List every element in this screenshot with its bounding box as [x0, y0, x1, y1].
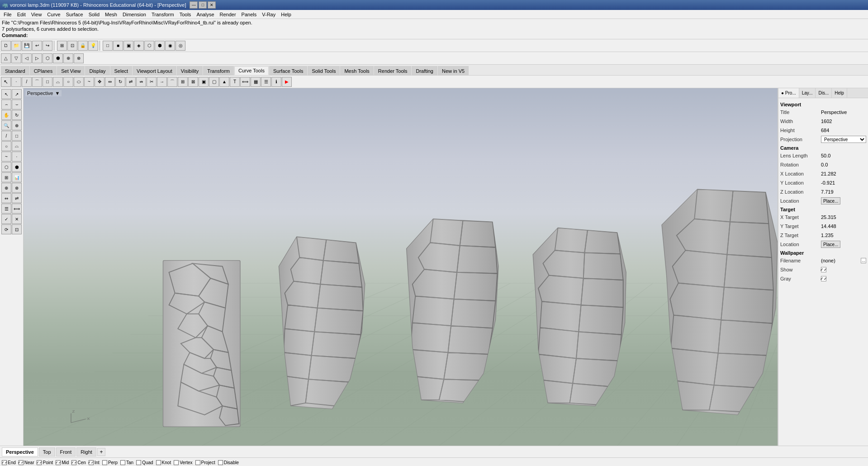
tb-render[interactable]: ▣	[123, 41, 133, 51]
tb-lock[interactable]: 🔒	[78, 41, 88, 51]
ict-red-arrow[interactable]: ▶	[282, 77, 292, 87]
ict-group[interactable]: ▣	[199, 77, 209, 87]
osnap-mid-check[interactable]: ✓	[56, 460, 61, 465]
lt-dim[interactable]: ⟺	[12, 204, 22, 214]
osnap-end[interactable]: ✓ End	[2, 460, 16, 465]
osnap-point-check[interactable]: ✓	[37, 460, 42, 465]
menu-tools[interactable]: Tools	[177, 10, 194, 19]
menu-vray[interactable]: V-Ray	[259, 10, 278, 19]
osnap-cen-check[interactable]: ✓	[71, 460, 76, 465]
osnap-vertex[interactable]: Vertex	[174, 460, 192, 465]
rp-tab-layers[interactable]: Lay...	[799, 88, 816, 98]
vp-tab-right[interactable]: Right	[76, 447, 96, 456]
vp-tab-top[interactable]: Top	[39, 447, 55, 456]
tb2-5[interactable]: ⬡	[43, 53, 52, 63]
lt-prop[interactable]: ⊡	[12, 224, 22, 234]
lamp-2[interactable]	[279, 237, 365, 409]
lt-lasso2[interactable]: ⌣	[12, 100, 22, 109]
osnap-mid[interactable]: ✓ Mid	[56, 460, 69, 465]
tb2-7[interactable]: ⊕	[63, 53, 73, 63]
ict-trim[interactable]: ✂	[147, 77, 157, 87]
tab-standard[interactable]: Standard	[1, 66, 29, 75]
menu-view[interactable]: View	[28, 10, 45, 19]
ict-offset[interactable]: ⇏	[136, 77, 146, 87]
lt-gumball[interactable]: ⊕	[1, 183, 11, 193]
tab-drafting[interactable]: Drafting	[412, 66, 437, 75]
lt-surface[interactable]: ⬡	[1, 162, 11, 172]
menu-mesh[interactable]: Mesh	[102, 10, 120, 19]
osnap-end-check[interactable]: ✓	[2, 460, 7, 465]
lt-pts[interactable]: ·	[12, 152, 22, 162]
ict-scale[interactable]: ⇔	[105, 77, 115, 87]
rp-tab-properties[interactable]: ● Pro...	[778, 88, 799, 98]
lt-layer[interactable]: ☰	[1, 204, 11, 214]
tb-undo[interactable]: ↩	[32, 41, 42, 51]
rp-tab-help[interactable]: Help	[832, 88, 847, 98]
menu-render[interactable]: Render	[217, 10, 239, 19]
lamp-5[interactable]	[662, 189, 778, 415]
ict-rotate[interactable]: ↻	[115, 77, 125, 87]
lt-rect[interactable]: □	[12, 131, 22, 141]
rp-tab-display[interactable]: Dis...	[816, 88, 832, 98]
vp-tab-front[interactable]: Front	[56, 447, 76, 456]
lt-zoom[interactable]: 🔍	[1, 120, 11, 130]
tb2-2[interactable]: ▽	[11, 53, 21, 63]
vp-tab-perspective[interactable]: Perspective	[2, 447, 38, 456]
osnap-tan-check[interactable]	[120, 460, 125, 465]
ict-hatch[interactable]: ▦	[251, 77, 261, 87]
ict-circle[interactable]: ○	[63, 77, 73, 87]
tb2-1[interactable]: △	[1, 53, 11, 63]
lt-pan[interactable]: ✋	[1, 110, 11, 120]
lt-history[interactable]: ⟳	[1, 224, 11, 234]
lt-circle[interactable]: ○	[1, 141, 11, 151]
tab-newinv5[interactable]: New in V5	[438, 66, 469, 75]
lt-mesh[interactable]: ⊞	[1, 172, 11, 182]
tab-meshtools[interactable]: Mesh Tools	[340, 66, 373, 75]
osnap-perp[interactable]: Perp	[102, 460, 118, 465]
tab-display[interactable]: Display	[85, 66, 109, 75]
ict-move[interactable]: ✥	[95, 77, 104, 87]
ict-point[interactable]: ·	[11, 77, 21, 87]
ict-rect[interactable]: □	[43, 77, 52, 87]
lt-curve[interactable]: ~	[1, 152, 11, 162]
lt-line[interactable]: /	[1, 131, 11, 141]
tb-shade[interactable]: ■	[113, 41, 123, 51]
lt-cancel[interactable]: ✕	[12, 214, 22, 224]
osnap-tan[interactable]: Tan	[120, 460, 133, 465]
tb-grid[interactable]: ⊞	[57, 41, 67, 51]
ict-arc[interactable]: ⌓	[53, 77, 63, 87]
maximize-button[interactable]: □	[199, 1, 207, 9]
tb-light[interactable]: 💡	[88, 41, 98, 51]
tab-visibility[interactable]: Visibility	[177, 66, 203, 75]
ict-text[interactable]: T	[230, 77, 240, 87]
ict-layer[interactable]: ☰	[261, 77, 271, 87]
tb-new[interactable]: 🗋	[1, 41, 11, 51]
filename-browse-btn[interactable]: ...	[861, 258, 866, 263]
ict-join[interactable]: ⊞	[178, 77, 188, 87]
lamp-3[interactable]	[407, 219, 498, 403]
lt-solid[interactable]: ⬢	[12, 162, 22, 172]
tb-redo[interactable]: ↪	[43, 41, 52, 51]
lt-cplane[interactable]: ⊗	[12, 183, 22, 193]
lt-check[interactable]: ✓	[1, 214, 11, 224]
lt-arc[interactable]: ⌓	[12, 141, 22, 151]
tb2-3[interactable]: ◁	[22, 53, 32, 63]
osnap-perp-check[interactable]	[102, 460, 107, 465]
osnap-int[interactable]: ✓ Int	[89, 460, 100, 465]
menu-analyse[interactable]: Analyse	[194, 10, 217, 19]
ict-select[interactable]: ↖	[1, 77, 11, 87]
menu-help[interactable]: Help	[278, 10, 294, 19]
menu-solid[interactable]: Solid	[86, 10, 102, 19]
lt-transform[interactable]: ⇔	[1, 193, 11, 203]
tab-viewportlayout[interactable]: Viewport Layout	[133, 66, 176, 75]
tab-select[interactable]: Select	[110, 66, 133, 75]
tb-save[interactable]: 💾	[22, 41, 32, 51]
ict-explode[interactable]: ⊠	[188, 77, 198, 87]
ict-spline[interactable]: ~	[84, 77, 94, 87]
tb-extra4[interactable]: ◉	[165, 41, 175, 51]
menu-edit[interactable]: Edit	[14, 10, 28, 19]
tab-solidtools[interactable]: Solid Tools	[308, 66, 340, 75]
tab-rendertools[interactable]: Render Tools	[374, 66, 412, 75]
lt-zoom2[interactable]: ⊕	[12, 120, 22, 130]
osnap-int-check[interactable]: ✓	[89, 460, 94, 465]
